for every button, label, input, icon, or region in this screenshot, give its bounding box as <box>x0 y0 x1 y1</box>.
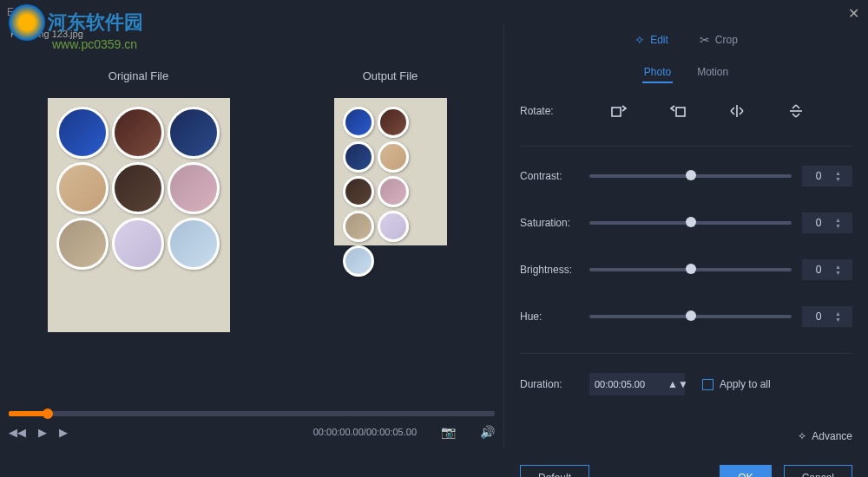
output-title: Output File <box>363 69 418 82</box>
edit-icon: ✧ <box>635 33 645 47</box>
svg-rect-0 <box>612 108 621 116</box>
hue-slider[interactable] <box>589 315 792 318</box>
original-preview <box>48 98 230 332</box>
saturation-label: Saturation: <box>520 217 589 229</box>
duration-stepper[interactable]: ▲▼ <box>589 373 685 395</box>
advance-button[interactable]: ✧ Advance <box>798 430 852 442</box>
contrast-slider[interactable] <box>589 174 792 178</box>
cancel-button[interactable]: Cancel <box>784 465 852 477</box>
prev-button[interactable]: ◀◀ <box>9 426 26 439</box>
saturation-slider[interactable] <box>589 221 792 225</box>
time-display: 00:00:00.00/00:00:05.00 <box>313 427 417 437</box>
subtab-motion[interactable]: Motion <box>695 62 730 83</box>
brightness-slider[interactable] <box>589 268 792 271</box>
contrast-label: Contrast: <box>520 170 589 182</box>
close-icon[interactable]: ✕ <box>848 5 859 22</box>
timeline[interactable] <box>9 411 495 416</box>
apply-all-label: Apply to all <box>720 378 771 390</box>
play-button[interactable]: ▶ <box>38 426 47 439</box>
rotate-cw-icon[interactable] <box>607 102 631 120</box>
output-preview <box>334 98 447 245</box>
subtab-photo[interactable]: Photo <box>642 62 673 83</box>
duration-label: Duration: <box>520 378 589 390</box>
tab-edit[interactable]: ✧ Edit <box>635 29 668 50</box>
flip-horizontal-icon[interactable] <box>725 102 749 120</box>
brightness-label: Brightness: <box>520 264 589 276</box>
ok-button[interactable]: OK <box>720 465 771 477</box>
next-button[interactable]: ▶ <box>59 426 68 439</box>
original-title: Original File <box>108 69 168 82</box>
volume-icon[interactable]: 🔊 <box>480 425 495 439</box>
apply-all-checkbox[interactable] <box>702 379 713 390</box>
default-button[interactable]: Default <box>520 465 589 477</box>
hue-stepper[interactable]: ▲▼ <box>802 306 852 327</box>
snapshot-icon[interactable]: 📷 <box>441 425 456 439</box>
rotate-label: Rotate: <box>520 105 589 117</box>
tab-crop[interactable]: ✂ Crop <box>700 29 738 50</box>
brightness-stepper[interactable]: ▲▼ <box>802 259 852 280</box>
crop-icon: ✂ <box>700 33 710 47</box>
titlebar: Edit ✕ <box>0 0 868 24</box>
advance-icon: ✧ <box>798 430 806 442</box>
file-label: File: tlmg 123.jpg <box>0 24 503 43</box>
hue-label: Hue: <box>520 310 589 323</box>
contrast-stepper[interactable]: ▲▼ <box>802 166 852 186</box>
saturation-stepper[interactable]: ▲▼ <box>802 212 852 233</box>
window-title: Edit <box>7 6 25 18</box>
svg-rect-1 <box>676 108 685 116</box>
rotate-ccw-icon[interactable] <box>666 102 690 120</box>
flip-vertical-icon[interactable] <box>784 102 808 120</box>
